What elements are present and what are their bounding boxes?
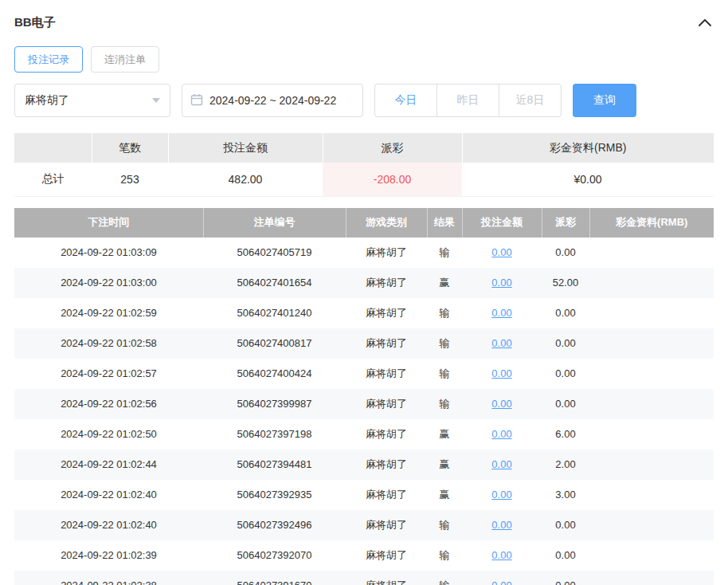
payout-cell: 0.00 — [542, 389, 589, 419]
bet-time-cell: 2024-09-22 01:02:38 — [14, 571, 203, 585]
tab-betting-records[interactable]: 投注记录 — [14, 46, 83, 73]
jackpot-cell — [589, 389, 714, 419]
game-category-cell: 麻将胡了 — [346, 419, 427, 450]
bet-amount-link[interactable]: 0.00 — [491, 489, 511, 501]
records-tbody: 2024-09-22 01:03:095064027405719麻将胡了输0.0… — [14, 238, 714, 585]
bet-amount-link[interactable]: 0.00 — [491, 277, 511, 289]
tab-cancelled-orders[interactable]: 连消注单 — [91, 46, 159, 73]
bet-time-cell: 2024-09-22 01:02:50 — [14, 419, 203, 450]
table-row: 2024-09-22 01:03:095064027405719麻将胡了输0.0… — [14, 238, 714, 268]
chevron-up-icon — [698, 18, 712, 29]
jackpot-cell — [589, 510, 714, 540]
table-row: 2024-09-22 01:02:385064027391670麻将胡了输0.0… — [14, 571, 714, 585]
bet-amount-cell: 0.00 — [462, 450, 542, 480]
payout-cell: 3.00 — [542, 480, 589, 510]
date-range-picker[interactable]: 2024-09-22 ~ 2024-09-22 — [182, 84, 363, 117]
summary-header-row: 笔数 投注金额 派彩 彩金资料(RMB) — [14, 133, 714, 163]
bet-amount-link[interactable]: 0.00 — [491, 428, 511, 440]
jackpot-cell — [589, 571, 714, 585]
payout-cell: 0.00 — [542, 510, 589, 540]
jackpot-cell — [589, 328, 714, 359]
search-button[interactable]: 查询 — [573, 84, 636, 117]
bet-amount-link[interactable]: 0.00 — [491, 246, 511, 258]
game-category-cell: 麻将胡了 — [346, 238, 427, 268]
bet-amount-link[interactable]: 0.00 — [491, 579, 511, 585]
records-header-game-category: 游戏类别 — [346, 208, 427, 238]
order-number-cell: 5064027401240 — [203, 298, 346, 328]
panel-header: BB电子 — [14, 11, 714, 33]
result-cell: 输 — [427, 571, 462, 585]
bet-amount-link[interactable]: 0.00 — [491, 458, 511, 470]
game-category-cell: 麻将胡了 — [346, 571, 427, 585]
summary-total-count: 253 — [92, 163, 168, 196]
order-number-cell: 5064027405719 — [203, 238, 346, 268]
summary-total-payout: -208.00 — [323, 163, 462, 196]
yesterday-button[interactable]: 昨日 — [436, 84, 499, 117]
result-cell: 输 — [427, 298, 462, 328]
table-row: 2024-09-22 01:02:405064027392935麻将胡了赢0.0… — [14, 480, 714, 510]
order-number-cell: 5064027400817 — [203, 328, 346, 359]
result-cell: 输 — [427, 510, 462, 540]
quick-date-group: 今日 昨日 近8日 — [374, 84, 562, 117]
bet-time-cell: 2024-09-22 01:02:40 — [14, 480, 203, 510]
bet-amount-cell: 0.00 — [462, 540, 542, 571]
bet-amount-link[interactable]: 0.00 — [491, 367, 511, 379]
result-cell: 输 — [427, 359, 462, 389]
bet-time-cell: 2024-09-22 01:03:00 — [14, 268, 203, 298]
jackpot-cell — [589, 419, 714, 450]
game-select[interactable]: 麻将胡了 — [14, 84, 170, 117]
summary-header-bet-amount: 投注金额 — [168, 133, 323, 163]
bet-amount-link[interactable]: 0.00 — [491, 398, 511, 410]
bet-time-cell: 2024-09-22 01:02:44 — [14, 450, 203, 480]
result-cell: 输 — [427, 389, 462, 419]
summary-total-row: 总计 253 482.00 -208.00 ¥0.00 — [14, 163, 714, 196]
game-category-cell: 麻将胡了 — [346, 268, 427, 298]
bet-amount-link[interactable]: 0.00 — [491, 307, 511, 319]
bet-time-cell: 2024-09-22 01:02:40 — [14, 510, 203, 540]
payout-cell: 52.00 — [542, 268, 589, 298]
jackpot-cell — [589, 298, 714, 328]
jackpot-cell — [589, 480, 714, 510]
payout-cell: 6.00 — [542, 419, 589, 450]
bet-amount-cell: 0.00 — [462, 359, 542, 389]
bet-time-cell: 2024-09-22 01:02:56 — [14, 389, 203, 419]
payout-cell: 0.00 — [542, 571, 589, 585]
game-category-cell: 麻将胡了 — [346, 328, 427, 359]
collapse-button[interactable] — [696, 16, 714, 29]
order-number-cell: 5064027392935 — [203, 480, 346, 510]
jackpot-cell — [589, 540, 714, 571]
payout-cell: 2.00 — [542, 450, 589, 480]
summary-header-empty — [14, 133, 92, 163]
game-category-cell: 麻将胡了 — [346, 298, 427, 328]
bet-time-cell: 2024-09-22 01:02:58 — [14, 328, 203, 359]
jackpot-cell — [589, 238, 714, 268]
bet-amount-cell: 0.00 — [462, 268, 542, 298]
order-number-cell: 5064027392070 — [203, 540, 346, 571]
bet-amount-link[interactable]: 0.00 — [491, 519, 511, 531]
bet-amount-cell: 0.00 — [462, 419, 542, 450]
table-row: 2024-09-22 01:03:005064027401654麻将胡了赢0.0… — [14, 268, 714, 298]
bet-amount-cell: 0.00 — [462, 328, 542, 359]
result-cell: 赢 — [427, 419, 462, 450]
table-row: 2024-09-22 01:02:585064027400817麻将胡了输0.0… — [14, 328, 714, 359]
jackpot-cell — [589, 268, 714, 298]
payout-cell: 0.00 — [542, 328, 589, 359]
caret-down-icon — [152, 98, 160, 103]
payout-cell: 0.00 — [542, 298, 589, 328]
payout-cell: 0.00 — [542, 359, 589, 389]
bet-time-cell: 2024-09-22 01:02:57 — [14, 359, 203, 389]
today-button[interactable]: 今日 — [374, 84, 437, 117]
order-number-cell: 5064027391670 — [203, 571, 346, 585]
game-category-cell: 麻将胡了 — [346, 540, 427, 571]
records-table: 下注时间 注单编号 游戏类别 结果 投注金额 派彩 彩金资料(RMB) 2024… — [14, 208, 714, 585]
bb-dianzi-panel: BB电子 投注记录 连消注单 麻将胡了 2024-09- — [0, 0, 728, 585]
bet-amount-link[interactable]: 0.00 — [491, 337, 511, 349]
records-header-jackpot: 彩金资料(RMB) — [589, 208, 714, 238]
summary-total-label: 总计 — [14, 163, 92, 196]
table-row: 2024-09-22 01:02:575064027400424麻将胡了输0.0… — [14, 359, 714, 389]
records-header-order-number: 注单编号 — [203, 208, 346, 238]
last-8-days-button[interactable]: 近8日 — [499, 84, 562, 117]
date-range-value: 2024-09-22 ~ 2024-09-22 — [209, 94, 336, 107]
calendar-icon — [190, 93, 203, 108]
bet-amount-link[interactable]: 0.00 — [491, 549, 511, 561]
